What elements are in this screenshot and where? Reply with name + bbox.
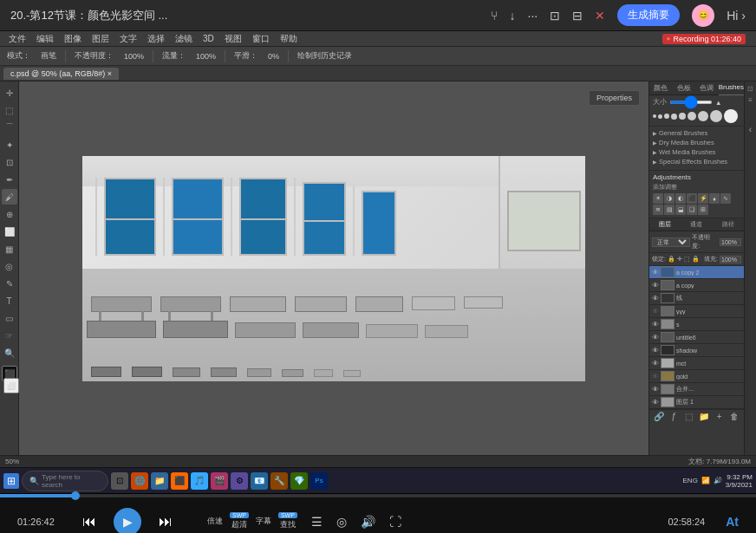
link-layers-btn[interactable]: 🔗 [652,412,666,421]
layer-row-1[interactable]: 👁 a copy 2 [649,266,744,279]
opacity-input[interactable] [720,238,741,246]
taskbar-app-ps[interactable]: Ps [310,472,328,490]
smoothing-value[interactable]: 0% [264,51,283,62]
layer-eye-5[interactable]: 👁 [652,321,659,328]
opacity-value[interactable]: 100% [121,51,147,62]
taskbar-search[interactable]: 🔍 Type here to search [22,471,108,491]
brush-dot-7[interactable] [698,111,708,121]
menu-image[interactable]: 图像 [59,33,87,45]
brush-dot-6[interactable] [688,112,696,120]
brush-label[interactable]: 画笔 [37,49,60,62]
taskbar-app-3[interactable]: 📁 [151,472,168,490]
hue-adj-icon[interactable]: ⚡ [698,193,708,204]
menu-view[interactable]: 视图 [219,33,247,45]
eraser-icon[interactable]: ⬜ [2,224,17,239]
move-tool-icon[interactable]: ✛ [2,85,17,101]
skip-forward-btn[interactable]: ⏭ [155,512,176,531]
brush-dot-2[interactable] [658,114,662,119]
lasso-tool-icon[interactable]: ⌒ [2,120,17,135]
more-icon[interactable]: ··· [528,9,538,23]
layer-row-11[interactable]: 👁 图层 1 [649,396,744,409]
canvas-area[interactable]: Properties [19,81,648,455]
exposure-adj-icon[interactable]: ◐ [675,193,686,204]
taskbar-app-7[interactable]: ⚙ [231,472,248,490]
layer-eye-7[interactable]: 👁 [652,347,659,354]
progress-dot[interactable] [71,491,80,500]
add-style-btn[interactable]: ƒ [668,412,681,421]
menu-file[interactable]: 文件 [3,33,31,45]
color-tab[interactable]: 颜色 [649,81,673,95]
menu-filter[interactable]: 滤镜 [170,33,198,45]
brush-dot-5[interactable] [679,113,686,120]
add-mask-btn[interactable]: ⬚ [682,412,696,421]
rsb-icon-1[interactable]: ⊡ [747,85,753,93]
hand-tool-icon[interactable]: ☞ [2,328,17,343]
layer-eye-11[interactable]: 👁 [652,399,659,406]
menu-help[interactable]: 帮助 [275,33,303,45]
new-layer-btn[interactable]: + [713,412,727,421]
layer-eye-2[interactable]: 👁 [652,282,659,289]
properties-panel[interactable]: Properties [589,90,640,106]
brush-dot-8[interactable] [710,110,722,122]
window-icon-2[interactable]: ⊟ [572,9,583,23]
layers-tab[interactable]: 图层 [649,218,681,231]
gradmap-adj-icon[interactable]: ≋ [653,205,663,215]
menu-type[interactable]: 文字 [114,33,142,45]
menu-3d[interactable]: 3D [198,34,219,43]
curves-adj-icon[interactable]: ◑ [664,193,675,204]
blur-tool-icon[interactable]: ◎ [2,258,17,274]
start-button[interactable]: ⊞ [3,473,19,489]
layer-eye-8[interactable]: 👁 [652,360,659,367]
posterize-adj-icon[interactable]: ⊞ [698,205,708,215]
invert-adj-icon[interactable]: ❏ [687,205,697,215]
brightness-adj-icon[interactable]: ☀ [653,193,663,204]
share-icon[interactable]: ⑂ [491,9,498,23]
brush-dot-1[interactable] [653,114,656,118]
rsb-icon-2[interactable]: ≡ [748,96,753,104]
layer-row-3[interactable]: 👁 线 [649,292,744,305]
draw-to-history[interactable]: 绘制到历史记录 [294,49,355,62]
paths-tab[interactable]: 路径 [713,218,744,231]
delete-layer-btn[interactable]: 🗑 [728,412,742,421]
taskbar-app-6[interactable]: 🎬 [211,472,228,490]
target-btn[interactable]: ◎ [336,515,347,529]
layer-eye-1[interactable]: 👁 [652,269,659,276]
taskbar-app-9[interactable]: 🔧 [270,472,288,490]
video-progress-bar[interactable] [0,494,756,497]
menu-layer[interactable]: 图层 [87,33,114,45]
play-pause-btn[interactable]: ▶ [114,508,141,534]
channels-tab[interactable]: 通道 [681,218,712,231]
brush-dot-9[interactable] [724,109,738,123]
menu-window[interactable]: 窗口 [247,33,275,45]
download-icon[interactable]: ↓ [510,9,516,23]
brush-dot-3[interactable] [664,114,669,119]
layer-row-2[interactable]: 👁 a copy [649,279,744,292]
photo-filter-adj-icon[interactable]: ▤ [664,205,675,215]
background-color[interactable]: ⬜ [3,378,19,393]
layer-row-6[interactable]: 👁 untitle6 [649,331,744,344]
pen-tool-icon[interactable]: ✎ [2,276,17,291]
layer-eye-9[interactable]: 👁 [652,373,659,380]
menu-select[interactable]: 选择 [142,33,170,45]
brush-tool-icon[interactable]: 🖌 [2,189,17,205]
brushes-tab[interactable]: Brushes [719,81,744,95]
taskbar-app-5[interactable]: 🎵 [191,472,208,490]
gradient-tool-icon[interactable]: ▦ [2,241,17,257]
subtitle-btn[interactable]: 字幕 [256,516,271,527]
layer-row-7[interactable]: 👁 shadow [649,344,744,357]
crop-tool-icon[interactable]: ⊡ [2,154,17,170]
select-tool-icon[interactable]: ⬚ [2,102,17,118]
window-icon-1[interactable]: ⊡ [550,9,560,23]
levels-adj-icon[interactable]: ∿ [720,193,731,204]
layer-row-4[interactable]: 👁 yyy [649,305,744,318]
layer-row-9[interactable]: 👁 gold [649,370,744,383]
layer-eye-10[interactable]: 👁 [652,386,659,393]
layer-row-8[interactable]: 👁 mct [649,357,744,370]
skip-back-btn[interactable]: ⏮ [79,512,100,531]
fill-input[interactable] [720,256,741,263]
size-slider[interactable] [669,101,713,104]
layer-eye-6[interactable]: 👁 [652,334,659,341]
menu-edit[interactable]: 编辑 [31,33,59,45]
layer-eye-4[interactable]: 👁 [652,308,659,315]
vibrance-adj-icon[interactable]: ⬛ [687,193,697,204]
